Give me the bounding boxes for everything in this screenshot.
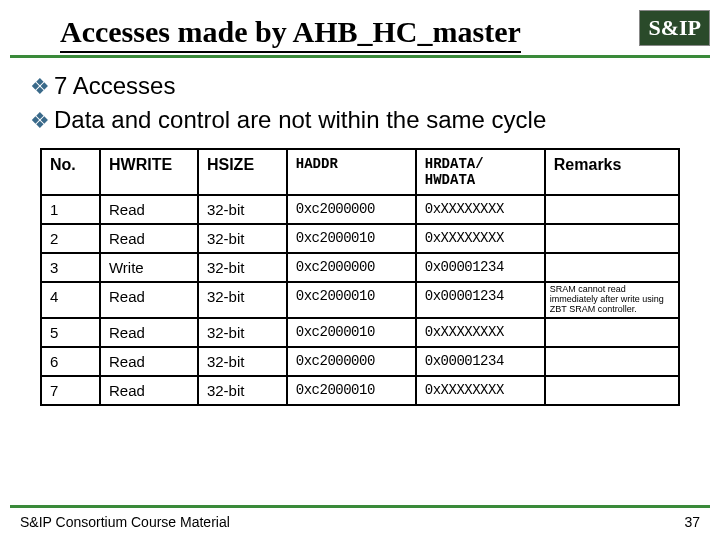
cell-hsize: 32-bit [198, 376, 287, 405]
footer-text: S&IP Consortium Course Material [20, 514, 230, 530]
th-remarks: Remarks [545, 149, 679, 195]
cell-haddr: 0xc2000000 [287, 253, 416, 282]
th-hsize: HSIZE [198, 149, 287, 195]
cell-hsize: 32-bit [198, 282, 287, 318]
diamond-icon: ❖ [30, 108, 50, 133]
cell-hdata: 0xXXXXXXXX [416, 318, 545, 347]
cell-hdata: 0x00001234 [416, 282, 545, 318]
cell-no: 4 [41, 282, 100, 318]
cell-hwrite: Read [100, 195, 198, 224]
bullet-item: ❖7 Accesses [30, 70, 690, 102]
cell-hdata: 0x00001234 [416, 253, 545, 282]
cell-no: 7 [41, 376, 100, 405]
cell-remarks [545, 253, 679, 282]
cell-remarks [545, 224, 679, 253]
bullet-list: ❖7 Accesses ❖Data and control are not wi… [0, 58, 720, 143]
cell-no: 5 [41, 318, 100, 347]
page-number: 37 [684, 514, 700, 530]
cell-hwrite: Read [100, 282, 198, 318]
cell-no: 6 [41, 347, 100, 376]
cell-haddr: 0xc2000010 [287, 282, 416, 318]
cell-hdata: 0xXXXXXXXX [416, 195, 545, 224]
cell-hsize: 32-bit [198, 253, 287, 282]
cell-remarks [545, 347, 679, 376]
table-row: 2Read32-bit0xc20000100xXXXXXXXX [41, 224, 679, 253]
cell-haddr: 0xc2000010 [287, 376, 416, 405]
cell-hsize: 32-bit [198, 195, 287, 224]
cell-no: 3 [41, 253, 100, 282]
access-table: No. HWRITE HSIZE HADDR HRDATA/HWDATA Rem… [40, 148, 680, 406]
cell-hsize: 32-bit [198, 347, 287, 376]
cell-remarks [545, 318, 679, 347]
bullet-text: 7 Accesses [54, 72, 175, 99]
cell-hdata: 0xXXXXXXXX [416, 224, 545, 253]
cell-hwrite: Read [100, 224, 198, 253]
table-header-row: No. HWRITE HSIZE HADDR HRDATA/HWDATA Rem… [41, 149, 679, 195]
cell-no: 2 [41, 224, 100, 253]
cell-haddr: 0xc2000010 [287, 318, 416, 347]
cell-haddr: 0xc2000000 [287, 347, 416, 376]
th-no: No. [41, 149, 100, 195]
table-row: 7Read32-bit0xc20000100xXXXXXXXX [41, 376, 679, 405]
table-row: 3Write32-bit0xc20000000x00001234 [41, 253, 679, 282]
slide: Accesses made by AHB_HC_master S&IP ❖7 A… [0, 0, 720, 540]
table-row: 1Read32-bit0xc20000000xXXXXXXXX [41, 195, 679, 224]
header: Accesses made by AHB_HC_master S&IP [0, 0, 720, 53]
logo-badge: S&IP [639, 10, 710, 46]
table-row: 5Read32-bit0xc20000100xXXXXXXXX [41, 318, 679, 347]
cell-hsize: 32-bit [198, 224, 287, 253]
footer-divider [10, 505, 710, 508]
bullet-text: Data and control are not within the same… [54, 106, 546, 133]
slide-title: Accesses made by AHB_HC_master [60, 15, 521, 53]
diamond-icon: ❖ [30, 74, 50, 99]
bullet-item: ❖Data and control are not within the sam… [30, 104, 690, 136]
cell-hwrite: Write [100, 253, 198, 282]
cell-hwrite: Read [100, 376, 198, 405]
cell-no: 1 [41, 195, 100, 224]
cell-haddr: 0xc2000000 [287, 195, 416, 224]
table-body: 1Read32-bit0xc20000000xXXXXXXXX2Read32-b… [41, 195, 679, 405]
cell-hsize: 32-bit [198, 318, 287, 347]
table-container: No. HWRITE HSIZE HADDR HRDATA/HWDATA Rem… [0, 143, 720, 406]
cell-haddr: 0xc2000010 [287, 224, 416, 253]
th-hdata: HRDATA/HWDATA [416, 149, 545, 195]
cell-hwrite: Read [100, 347, 198, 376]
cell-remarks: SRAM cannot read immediately after write… [545, 282, 679, 318]
th-hwrite: HWRITE [100, 149, 198, 195]
table-row: 4Read32-bit0xc20000100x00001234SRAM cann… [41, 282, 679, 318]
cell-remarks [545, 376, 679, 405]
cell-hdata: 0x00001234 [416, 347, 545, 376]
cell-hdata: 0xXXXXXXXX [416, 376, 545, 405]
cell-hwrite: Read [100, 318, 198, 347]
table-row: 6Read32-bit0xc20000000x00001234 [41, 347, 679, 376]
cell-remarks [545, 195, 679, 224]
th-haddr: HADDR [287, 149, 416, 195]
